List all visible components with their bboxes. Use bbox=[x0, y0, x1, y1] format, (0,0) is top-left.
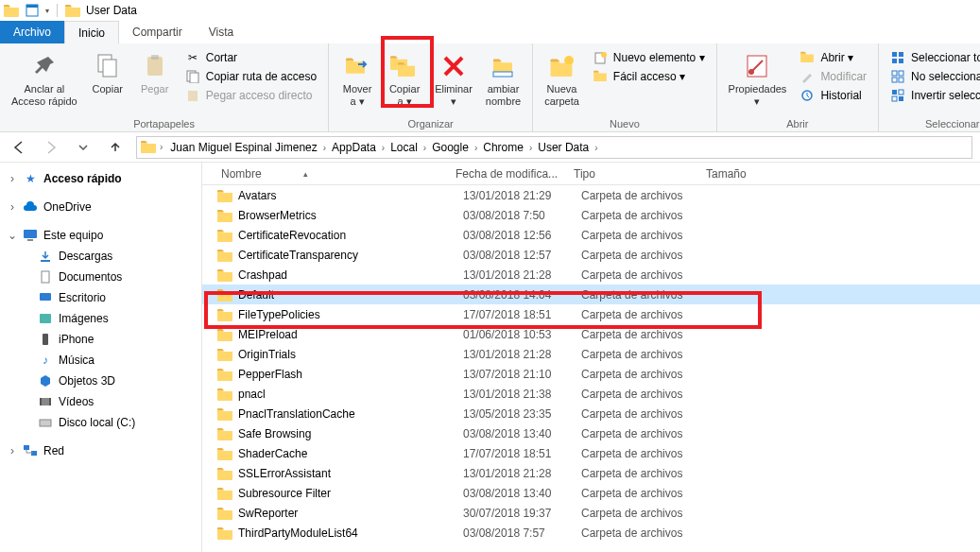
folder-icon bbox=[217, 307, 232, 322]
cube-icon bbox=[38, 373, 53, 388]
tab-archivo[interactable]: Archivo bbox=[0, 21, 64, 43]
invert-selection-button[interactable]: Invertir selección bbox=[886, 87, 980, 104]
nav-up-button[interactable] bbox=[104, 136, 127, 159]
cell-type: Carpeta de archivos bbox=[574, 526, 706, 540]
svg-rect-39 bbox=[40, 420, 51, 426]
table-row[interactable]: ShaderCache17/07/2018 18:51Carpeta de ar… bbox=[202, 443, 980, 463]
table-row[interactable]: MEIPreload01/06/2018 10:53Carpeta de arc… bbox=[202, 324, 980, 344]
tab-compartir[interactable]: Compartir bbox=[119, 21, 196, 43]
tab-vista[interactable]: Vista bbox=[196, 21, 247, 43]
table-row[interactable]: Safe Browsing03/08/2018 13:40Carpeta de … bbox=[202, 423, 980, 443]
chevron-right-icon[interactable]: › bbox=[8, 172, 17, 185]
pin-quick-access-button[interactable]: Anclar al Acceso rápido bbox=[8, 49, 81, 109]
nav-recent-button[interactable] bbox=[72, 136, 95, 159]
history-button[interactable]: Historial bbox=[796, 87, 870, 104]
properties-qat-icon[interactable] bbox=[25, 3, 40, 18]
chevron-right-icon[interactable]: › bbox=[321, 143, 328, 153]
breadcrumb-segment[interactable]: Juan Miguel Espinal Jimenez bbox=[166, 141, 320, 154]
table-row[interactable]: ThirdPartyModuleList6403/08/2018 7:57Car… bbox=[202, 523, 980, 543]
nav-back-button[interactable] bbox=[8, 136, 30, 159]
chevron-down-icon[interactable]: ⌄ bbox=[8, 229, 17, 242]
nav-forward-button[interactable] bbox=[40, 136, 62, 159]
table-row[interactable]: CertificateTransparency03/08/2018 12:57C… bbox=[202, 245, 980, 265]
breadcrumb-segment[interactable]: AppData bbox=[328, 141, 380, 154]
nav-documents[interactable]: Documentos bbox=[0, 267, 201, 287]
chevron-right-icon[interactable]: › bbox=[8, 200, 17, 214]
breadcrumb-segment[interactable]: Chrome bbox=[479, 141, 527, 154]
table-row[interactable]: PepperFlash13/07/2018 21:10Carpeta de ar… bbox=[202, 364, 980, 384]
column-size[interactable]: Tamaño bbox=[698, 167, 783, 181]
svg-rect-35 bbox=[43, 334, 48, 345]
breadcrumb[interactable]: › Juan Miguel Espinal Jimenez›AppData›Lo… bbox=[136, 136, 972, 159]
new-item-button[interactable]: Nuevo elemento ▾ bbox=[589, 49, 709, 66]
table-row[interactable]: Default03/08/2018 14:04Carpeta de archiv… bbox=[202, 285, 980, 304]
delete-button[interactable]: Eliminar ▾ bbox=[431, 49, 476, 109]
nav-this-pc[interactable]: ⌄Este equipo bbox=[0, 225, 201, 246]
cell-date: 01/06/2018 10:53 bbox=[456, 328, 574, 341]
copy-to-button[interactable]: Copiar a ▾ bbox=[384, 49, 425, 109]
new-folder-button[interactable]: Nueva carpeta bbox=[541, 49, 583, 109]
tab-inicio[interactable]: Inicio bbox=[64, 21, 119, 43]
cell-name: CertificateTransparency bbox=[210, 248, 456, 263]
easy-access-button[interactable]: Fácil acceso ▾ bbox=[589, 68, 709, 85]
chevron-right-icon[interactable]: › bbox=[158, 142, 164, 152]
table-row[interactable]: OriginTrials13/01/2018 21:28Carpeta de a… bbox=[202, 344, 980, 364]
music-icon: ♪ bbox=[38, 353, 53, 368]
edit-button[interactable]: Modificar bbox=[796, 68, 870, 85]
table-row[interactable]: Subresource Filter03/08/2018 13:40Carpet… bbox=[202, 483, 980, 503]
nav-downloads[interactable]: Descargas bbox=[0, 246, 201, 267]
chevron-right-icon[interactable]: › bbox=[8, 444, 17, 457]
breadcrumb-segment[interactable]: Google bbox=[428, 141, 473, 154]
copy-path-button[interactable]: Copiar ruta de acceso bbox=[181, 68, 320, 85]
nav-network[interactable]: ›Red bbox=[0, 440, 201, 461]
table-row[interactable]: SwReporter30/07/2018 19:37Carpeta de arc… bbox=[202, 503, 980, 523]
nav-3d-objects[interactable]: Objetos 3D bbox=[0, 371, 201, 391]
table-row[interactable]: pnacl13/01/2018 21:38Carpeta de archivos bbox=[202, 384, 980, 404]
table-row[interactable]: PnaclTranslationCache13/05/2018 23:35Car… bbox=[202, 404, 980, 423]
paste-button[interactable]: Pegar bbox=[134, 49, 176, 97]
file-listview[interactable]: Nombre▴ Fecha de modifica... Tipo Tamaño… bbox=[202, 163, 980, 552]
navigation-pane[interactable]: ›★Acceso rápido ›OneDrive ⌄Este equipo D… bbox=[0, 163, 202, 552]
table-row[interactable]: FileTypePolicies17/07/2018 18:51Carpeta … bbox=[202, 304, 980, 324]
column-type[interactable]: Tipo bbox=[566, 167, 698, 181]
rename-button[interactable]: ambiar nombre bbox=[482, 49, 524, 109]
cell-date: 03/08/2018 12:57 bbox=[456, 249, 574, 262]
move-to-button[interactable]: Mover a ▾ bbox=[336, 49, 378, 109]
cell-name: Default bbox=[210, 287, 456, 302]
folder-icon bbox=[217, 228, 232, 243]
svg-rect-40 bbox=[24, 445, 29, 450]
nav-pictures[interactable]: Imágenes bbox=[0, 308, 201, 329]
nav-videos[interactable]: Vídeos bbox=[0, 391, 201, 412]
table-row[interactable]: CertificateRevocation03/08/2018 12:56Car… bbox=[202, 225, 980, 245]
nav-disk-c[interactable]: Disco local (C:) bbox=[0, 412, 201, 433]
download-icon bbox=[38, 249, 53, 264]
select-none-button[interactable]: No seleccionar nada bbox=[886, 68, 980, 85]
chevron-right-icon[interactable]: › bbox=[593, 143, 599, 153]
copy-button[interactable]: Copiar bbox=[87, 49, 129, 97]
column-name[interactable]: Nombre▴ bbox=[202, 167, 448, 181]
svg-rect-28 bbox=[899, 96, 903, 101]
table-row[interactable]: SSLErrorAssistant13/01/2018 21:28Carpeta… bbox=[202, 463, 980, 483]
breadcrumb-segment[interactable]: User Data bbox=[534, 141, 593, 154]
nav-onedrive[interactable]: ›OneDrive bbox=[0, 197, 201, 217]
ribbon: Anclar al Acceso rápido Copiar Pegar ✂Co… bbox=[0, 43, 980, 132]
cut-button[interactable]: ✂Cortar bbox=[181, 49, 320, 66]
scissors-icon: ✂ bbox=[185, 50, 200, 65]
table-row[interactable]: BrowserMetrics03/08/2018 7:50Carpeta de … bbox=[202, 205, 980, 225]
properties-button[interactable]: Propiedades ▾ bbox=[725, 49, 791, 109]
breadcrumb-segment[interactable]: Local bbox=[387, 141, 421, 154]
select-all-button[interactable]: Seleccionar todo bbox=[886, 49, 980, 66]
paste-shortcut-button[interactable]: Pegar acceso directo bbox=[181, 87, 320, 104]
qat-dropdown-icon[interactable]: ▾ bbox=[45, 7, 49, 15]
nav-iphone[interactable]: iPhone bbox=[0, 329, 201, 350]
nav-music[interactable]: ♪Música bbox=[0, 350, 201, 371]
open-button[interactable]: Abrir ▾ bbox=[796, 49, 870, 66]
table-row[interactable]: Avatars13/01/2018 21:29Carpeta de archiv… bbox=[202, 185, 980, 205]
svg-rect-25 bbox=[892, 90, 897, 95]
move-to-icon bbox=[342, 51, 372, 81]
table-row[interactable]: Crashpad13/01/2018 21:28Carpeta de archi… bbox=[202, 265, 980, 285]
nav-desktop[interactable]: Escritorio bbox=[0, 287, 201, 308]
cell-name: CertificateRevocation bbox=[210, 228, 456, 243]
column-date[interactable]: Fecha de modifica... bbox=[448, 167, 566, 181]
nav-quick-access[interactable]: ›★Acceso rápido bbox=[0, 168, 201, 189]
